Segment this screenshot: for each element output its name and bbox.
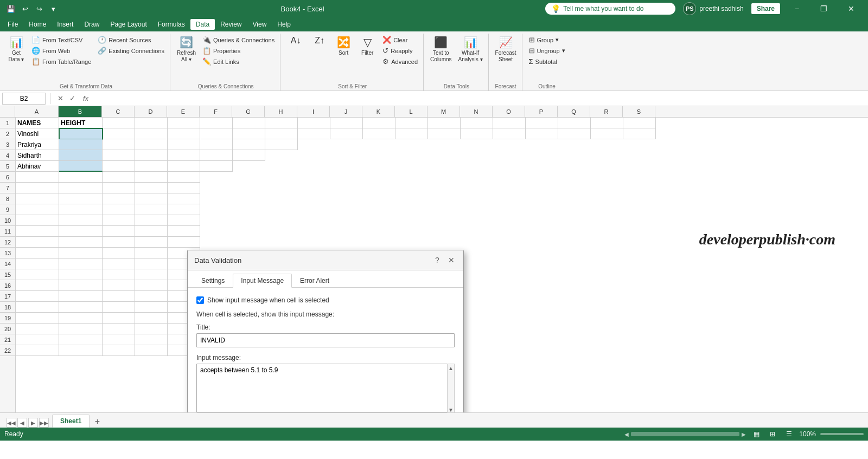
cell-c1[interactable]: [103, 118, 135, 128]
cell-o2[interactable]: [493, 128, 526, 139]
page-layout-view-icon[interactable]: ⊞: [767, 428, 778, 440]
cell-a8[interactable]: [16, 193, 59, 204]
col-header-i[interactable]: I: [297, 106, 330, 117]
cell-a1[interactable]: NAMES: [16, 118, 59, 128]
corner-cell[interactable]: [0, 106, 15, 117]
tell-me-bar[interactable]: 💡 Tell me what you want to do: [545, 3, 675, 15]
cell-b9[interactable]: [59, 204, 103, 215]
row-header-6[interactable]: 6: [0, 172, 15, 183]
menu-insert[interactable]: Insert: [52, 19, 79, 30]
row-header-16[interactable]: 16: [0, 280, 15, 291]
cell-b15[interactable]: [59, 269, 103, 280]
recent-sources-button[interactable]: 🕐 Recent Sources: [95, 35, 167, 45]
from-web-button[interactable]: 🌐 From Web: [29, 46, 93, 56]
cell-a17[interactable]: [16, 291, 59, 302]
cell-b11[interactable]: [59, 226, 103, 237]
row-header-21[interactable]: 21: [0, 334, 15, 345]
cell-b3[interactable]: [59, 139, 103, 150]
scroll-right-icon[interactable]: ▶: [742, 431, 746, 437]
normal-view-icon[interactable]: ▦: [750, 428, 762, 440]
cell-a16[interactable]: [16, 280, 59, 291]
cell-a20[interactable]: [16, 324, 59, 334]
sort-button[interactable]: 🔀 Sort: [333, 35, 354, 57]
sheet-tab-sheet1[interactable]: Sheet1: [52, 415, 90, 428]
row-header-3[interactable]: 3: [0, 139, 15, 150]
enter-formula-icon[interactable]: ✓: [67, 93, 78, 104]
col-header-h[interactable]: H: [265, 106, 297, 117]
row-header-10[interactable]: 10: [0, 215, 15, 226]
queries-connections-button[interactable]: 🔌 Queries & Connections: [200, 35, 277, 45]
cell-b5[interactable]: [59, 161, 103, 172]
cell-e3[interactable]: [168, 139, 200, 150]
add-sheet-button[interactable]: +: [91, 416, 104, 428]
zoom-slider[interactable]: [820, 433, 864, 435]
cell-f2[interactable]: [200, 128, 233, 139]
menu-view[interactable]: View: [247, 19, 272, 30]
cell-r1[interactable]: [591, 118, 623, 128]
row-header-12[interactable]: 12: [0, 237, 15, 248]
menu-draw[interactable]: Draw: [79, 19, 105, 30]
text-to-columns-button[interactable]: ⬛ Text toColumns: [428, 35, 454, 64]
cell-d10[interactable]: [135, 215, 168, 226]
cell-d2[interactable]: [135, 128, 168, 139]
col-header-e[interactable]: E: [167, 106, 200, 117]
cell-d5[interactable]: [135, 161, 168, 172]
cell-c20[interactable]: [103, 324, 135, 334]
sheet-nav-last[interactable]: ▶▶: [39, 418, 49, 428]
row-header-20[interactable]: 20: [0, 324, 15, 334]
cell-a7[interactable]: [16, 183, 59, 193]
cell-j2[interactable]: [330, 128, 363, 139]
cell-s1[interactable]: [623, 118, 656, 128]
cell-c10[interactable]: [103, 215, 135, 226]
cell-d9[interactable]: [135, 204, 168, 215]
cell-d1[interactable]: [135, 118, 168, 128]
dialog-tab-error-alert[interactable]: Error Alert: [292, 274, 337, 287]
cell-i2[interactable]: [298, 128, 330, 139]
share-button[interactable]: Share: [751, 3, 780, 14]
menu-review[interactable]: Review: [215, 19, 247, 30]
cell-g2[interactable]: [233, 128, 265, 139]
cell-d22[interactable]: [135, 345, 168, 356]
cell-c15[interactable]: [103, 269, 135, 280]
cell-d19[interactable]: [135, 313, 168, 324]
col-header-k[interactable]: K: [362, 106, 395, 117]
sheet-nav-first[interactable]: ◀◀: [7, 418, 16, 428]
row-header-11[interactable]: 11: [0, 226, 15, 237]
cell-a2[interactable]: Vinoshi: [16, 128, 59, 139]
cell-s4[interactable]: [233, 150, 265, 161]
cell-c22[interactable]: [103, 345, 135, 356]
cell-d7[interactable]: [135, 183, 168, 193]
cell-b12[interactable]: [59, 237, 103, 248]
cell-e4[interactable]: [168, 150, 200, 161]
cell-a4[interactable]: Sidharth: [16, 150, 59, 161]
cell-f1[interactable]: [200, 118, 233, 128]
col-header-d[interactable]: D: [135, 106, 167, 117]
col-header-f[interactable]: F: [200, 106, 232, 117]
cell-q2[interactable]: [558, 128, 591, 139]
cell-p2[interactable]: [526, 128, 558, 139]
name-box[interactable]: [2, 93, 46, 105]
cell-c19[interactable]: [103, 313, 135, 324]
cell-b22[interactable]: [59, 345, 103, 356]
properties-button[interactable]: 📋 Properties: [200, 46, 277, 56]
cell-d18[interactable]: [135, 302, 168, 313]
cell-a19[interactable]: [16, 313, 59, 324]
col-header-j[interactable]: J: [330, 106, 362, 117]
cell-g1[interactable]: [233, 118, 265, 128]
undo-icon[interactable]: ↩: [18, 2, 31, 15]
cell-f3[interactable]: [200, 139, 233, 150]
cell-c16[interactable]: [103, 280, 135, 291]
redo-icon[interactable]: ↪: [33, 2, 46, 15]
col-header-l[interactable]: L: [395, 106, 427, 117]
cell-c13[interactable]: [103, 248, 135, 258]
cell-a11[interactable]: [16, 226, 59, 237]
cell-c3[interactable]: [103, 139, 135, 150]
cell-h1[interactable]: [265, 118, 298, 128]
row-header-13[interactable]: 13: [0, 248, 15, 258]
get-data-button[interactable]: 📊 GetData ▾: [5, 35, 27, 64]
cell-k1[interactable]: [363, 118, 395, 128]
menu-data[interactable]: Data: [190, 19, 215, 30]
cell-e10[interactable]: [168, 215, 200, 226]
dialog-close-icon[interactable]: ✕: [446, 255, 457, 266]
cell-b19[interactable]: [59, 313, 103, 324]
